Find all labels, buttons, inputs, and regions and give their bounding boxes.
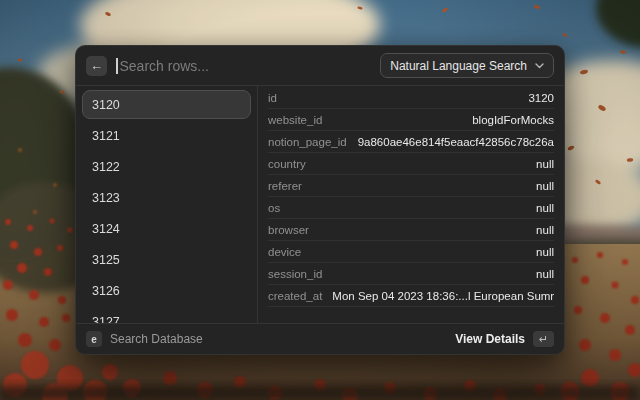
detail-row: session_id null xyxy=(268,263,554,285)
list-item[interactable]: 3126 xyxy=(82,276,251,305)
field-key: notion_page_id xyxy=(268,136,347,148)
detail-row: website_id blogIdForMocks xyxy=(268,109,554,131)
field-value: 9a860ae46e814f5eaacf42856c78c26a xyxy=(348,136,554,148)
enter-key-icon: ↵ xyxy=(533,331,554,347)
back-button[interactable]: ← xyxy=(86,56,107,76)
detail-row: country null xyxy=(268,153,554,175)
field-value: 3120 xyxy=(518,92,554,104)
app-logo-icon: e xyxy=(86,331,102,347)
search-mode-dropdown[interactable]: Natural Language Search xyxy=(380,53,554,78)
view-details-label: View Details xyxy=(455,332,525,346)
search-mode-label: Natural Language Search xyxy=(390,59,527,73)
field-key: referer xyxy=(268,180,302,192)
field-value: null xyxy=(526,158,554,170)
field-value: null xyxy=(526,268,554,280)
footer-app-label: Search Database xyxy=(110,332,203,346)
detail-row: notion_page_id 9a860ae46e814f5eaacf42856… xyxy=(268,131,554,153)
list-item[interactable]: 3127 xyxy=(82,307,251,323)
modal-body: 3120 3121 3122 3123 3124 3125 3126 3127 … xyxy=(76,86,564,323)
chevron-down-icon xyxy=(535,63,544,69)
view-details-action[interactable]: View Details ↵ xyxy=(455,331,554,347)
field-key: browser xyxy=(268,224,309,236)
row-id-list: 3120 3121 3122 3123 3124 3125 3126 3127 xyxy=(76,86,258,323)
field-value: null xyxy=(526,224,554,236)
field-key: country xyxy=(268,158,306,170)
field-value: null xyxy=(526,202,554,214)
field-value: blogIdForMocks xyxy=(462,114,554,126)
detail-row: device null xyxy=(268,241,554,263)
modal-footer: e Search Database View Details ↵ xyxy=(76,323,564,354)
detail-row: referer null xyxy=(268,175,554,197)
row-details-panel: id 3120 website_id blogIdForMocks notion… xyxy=(258,86,564,323)
field-key: session_id xyxy=(268,268,322,280)
list-item[interactable]: 3120 xyxy=(82,90,251,119)
detail-row: os null xyxy=(268,197,554,219)
field-key: website_id xyxy=(268,114,322,126)
field-value: null xyxy=(526,246,554,258)
list-item[interactable]: 3121 xyxy=(82,121,251,150)
field-key: os xyxy=(268,202,280,214)
search-input[interactable] xyxy=(120,58,372,74)
field-key: device xyxy=(268,246,301,258)
field-value: Mon Sep 04 2023 18:36:...l European Summ… xyxy=(322,290,554,302)
list-item[interactable]: 3123 xyxy=(82,183,251,212)
modal-header: ← Natural Language Search xyxy=(76,46,564,86)
detail-row: browser null xyxy=(268,219,554,241)
back-arrow-icon: ← xyxy=(90,59,103,72)
list-item[interactable]: 3124 xyxy=(82,214,251,243)
detail-row: created_at Mon Sep 04 2023 18:36:...l Eu… xyxy=(268,285,554,307)
list-item[interactable]: 3122 xyxy=(82,152,251,181)
field-value: null xyxy=(526,180,554,192)
text-cursor xyxy=(116,58,118,74)
detail-row: id 3120 xyxy=(268,87,554,109)
field-key: created_at xyxy=(268,290,322,302)
field-key: id xyxy=(268,92,277,104)
search-modal: ← Natural Language Search 3120 3121 3122… xyxy=(75,45,565,355)
list-item[interactable]: 3125 xyxy=(82,245,251,274)
